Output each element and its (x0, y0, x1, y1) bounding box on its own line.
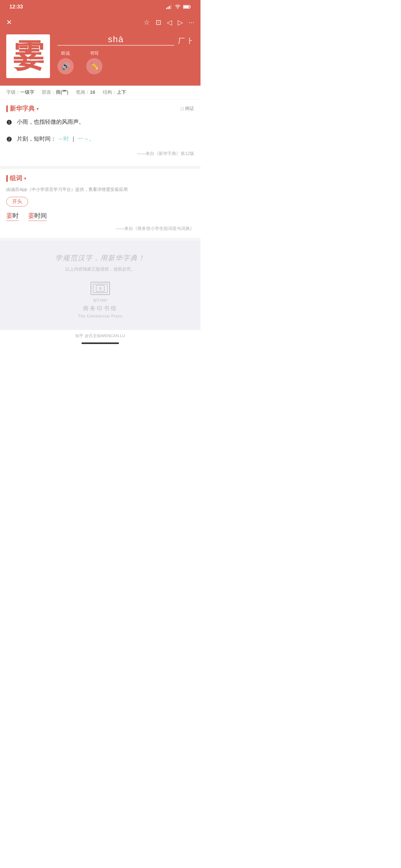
status-time: 12:33 (9, 4, 23, 10)
svg-rect-2 (169, 6, 170, 9)
entry2-tilde1: ～时 (58, 135, 69, 142)
promo-logo-cn: 商务印书馆 (83, 305, 118, 312)
promo-logo-en: The Commercial Press (78, 314, 123, 318)
promo-copyright: 以上内容独家正版授权，侵权必究。 (65, 267, 135, 272)
write-button[interactable]: ✏️ (86, 58, 102, 74)
meta-level-label: 字级： (6, 89, 20, 95)
entry2-tilde2: 一～。 (78, 135, 95, 142)
svg-rect-1 (168, 7, 169, 9)
xinhua-example-link[interactable]: □ 例证 (181, 105, 194, 112)
dict-source: ——来自《新华字典》第12版 (6, 151, 194, 157)
bottom-bar: 知乎 @吕文灿WENCAN.LU (0, 330, 201, 346)
back-icon[interactable]: ◁ (167, 19, 172, 27)
tag-row: 开头 (6, 197, 194, 207)
xinhua-dropdown-arrow[interactable]: ▾ (37, 106, 39, 111)
bookmark-icon[interactable]: ☆ (144, 19, 150, 27)
radical-strokes: 厂 ⺊ (178, 36, 194, 45)
entry1-text: 小雨，也指轻微的风雨声。 (17, 117, 194, 128)
status-bar: 12:33 (0, 0, 201, 14)
header-area: 霎 shà 厂 ⺊ 听说 🔊 书写 ✏️ (0, 31, 201, 86)
radical-value2: ⺊ (188, 36, 194, 45)
pinyin-text: shà (58, 34, 174, 45)
promo-logo-year: 创于1897 (93, 298, 107, 303)
meta-structure-label: 结构： (103, 89, 117, 95)
word1-highlight: 霎 (6, 212, 12, 219)
pinyin-row: shà 厂 ⺊ (58, 34, 194, 45)
meta-structure-value: 上下 (117, 89, 126, 95)
meta-structure: 结构：上下 (103, 89, 126, 95)
battery-icon (183, 5, 191, 9)
entry1-num: ❶ (6, 117, 14, 128)
xinhua-title-text[interactable]: 新华字典 (10, 104, 35, 113)
char-info: shà 厂 ⺊ 听说 🔊 书写 ✏️ (58, 34, 194, 74)
kaijou-tag[interactable]: 开头 (6, 197, 28, 207)
pen-icon: ✏️ (90, 62, 99, 70)
word-item-1[interactable]: 霎时 (6, 212, 19, 221)
meta-level-value: 一级字 (20, 89, 34, 95)
nav-bar: ✕ ☆ ⊡ ◁ ▷ ··· (0, 14, 201, 31)
zuci-section-header: 组词 ▾ (6, 174, 194, 183)
zuci-dropdown-arrow[interactable]: ▾ (24, 176, 26, 181)
word-list: 霎时 霎时间 (6, 212, 194, 221)
close-button[interactable]: ✕ (6, 19, 12, 27)
xinhua-section-header: 新华字典 ▾ □ 例证 (6, 104, 194, 113)
svg-rect-6 (183, 6, 189, 8)
entry2-pre: 片刻，短时间： (17, 135, 56, 142)
svg-rect-3 (170, 5, 171, 9)
write-label: 书写 (90, 51, 99, 56)
example-label: 例证 (185, 105, 194, 112)
meta-row: 字级：一级字 部首：雨(⻗) 笔画：16 结构：上下 (0, 86, 201, 99)
listen-item: 听说 🔊 (58, 51, 74, 74)
commercial-press-logo-icon: 商 (89, 279, 111, 296)
svg-text:商: 商 (99, 287, 102, 290)
word-item-2[interactable]: 霎时间 (28, 212, 47, 221)
speaker-icon: 🔊 (62, 62, 70, 70)
nav-right: ☆ ⊡ ◁ ▷ ··· (144, 19, 194, 27)
xinhua-section: 新华字典 ▾ □ 例证 ❶ 小雨，也指轻微的风雨声。 ❷ 片刻，短时间： ～时 … (0, 99, 201, 163)
meta-radical-label: 部首： (42, 89, 56, 95)
xinhua-title-bar (6, 105, 8, 112)
more-icon[interactable]: ··· (189, 19, 194, 27)
search-icon[interactable]: ⊡ (156, 19, 161, 27)
character-display: 霎 (12, 41, 44, 72)
write-item: 书写 ✏️ (86, 51, 102, 74)
forward-icon[interactable]: ▷ (178, 19, 183, 27)
word2-highlight: 霎 (28, 212, 34, 219)
meta-stroke-value: 16 (90, 89, 95, 95)
character-box: 霎 (6, 34, 50, 78)
zuci-title-text[interactable]: 组词 (10, 174, 22, 183)
promo-logo: 商 创于1897 商务印书馆 The Commercial Press (78, 279, 123, 318)
radical-value1: 厂 (178, 36, 185, 45)
dict-entry-2: ❷ 片刻，短时间： ～时 ｜ 一～。 (6, 134, 194, 145)
listen-label: 听说 (61, 51, 70, 56)
word2-rest: 时间 (34, 212, 47, 219)
meta-level: 字级：一级字 (6, 89, 34, 95)
svg-rect-0 (166, 8, 167, 9)
nav-left: ✕ (6, 19, 12, 27)
watermark-text: 知乎 @吕文灿WENCAN.LU (75, 333, 125, 339)
listen-button[interactable]: 🔊 (58, 58, 74, 74)
zuci-title-bar (6, 175, 8, 182)
xinhua-title-group: 新华字典 ▾ (6, 104, 39, 113)
home-indicator (81, 342, 119, 344)
footer-promo: 学规范汉字，用新华字典！ 以上内容独家正版授权，侵权必究。 商 创于1897 商… (0, 241, 201, 330)
meta-radical-value: 雨(⻗) (56, 89, 68, 95)
meta-stroke: 笔画：16 (76, 89, 95, 95)
entry2-text: 片刻，短时间： ～时 ｜ 一～。 (17, 134, 194, 145)
status-icons (166, 5, 191, 9)
section-divider-2 (0, 238, 201, 241)
example-icon: □ (181, 106, 183, 111)
svg-point-4 (177, 8, 178, 9)
promo-slogan: 学规范汉字，用新华字典！ (55, 253, 145, 263)
zuci-section: 组词 ▾ 由涵芬App（中小学语言学习平台）提供，查看详情需安装应用 开头 霎时… (0, 169, 201, 238)
wifi-icon (175, 5, 180, 9)
zuci-source: ——来自《商务馆小学生组词造句词典》 (6, 226, 194, 231)
entry2-sep: ｜ (71, 135, 76, 142)
meta-radical: 部首：雨(⻗) (42, 89, 68, 95)
audio-write-row: 听说 🔊 书写 ✏️ (58, 51, 194, 74)
meta-stroke-label: 笔画： (76, 89, 90, 95)
zuci-subtitle: 由涵芬App（中小学语言学习平台）提供，查看详情需安装应用 (6, 187, 194, 192)
entry2-num: ❷ (6, 134, 14, 145)
word1-rest: 时 (12, 212, 19, 219)
zuci-title-group: 组词 ▾ (6, 174, 26, 183)
